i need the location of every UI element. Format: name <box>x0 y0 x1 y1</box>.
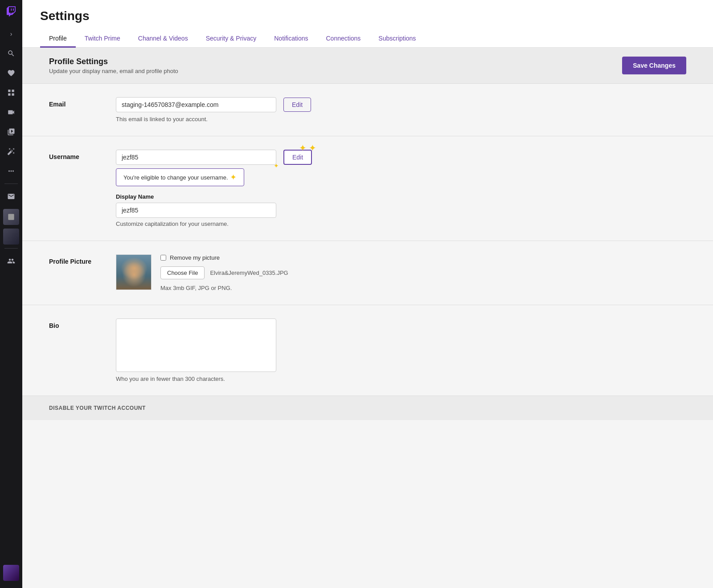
sidebar: › <box>0 0 22 588</box>
file-name-display: Elvira&JeremyWed_0335.JPG <box>210 270 288 276</box>
friends-icon[interactable] <box>2 252 20 270</box>
display-name-input[interactable] <box>116 203 276 218</box>
display-name-container: Display Name Customize capitalization fo… <box>116 190 686 227</box>
file-upload-row: Choose File Elvira&JeremyWed_0335.JPG <box>160 266 288 279</box>
username-input[interactable] <box>116 150 276 165</box>
magic-icon[interactable] <box>2 143 20 160</box>
messages-icon[interactable] <box>2 188 20 205</box>
main-content: Settings Profile Twitch Prime Channel & … <box>22 0 713 588</box>
remove-picture-checkbox[interactable] <box>160 255 166 261</box>
profile-pic-container: Remove my picture Choose File Elvira&Jer… <box>116 254 686 291</box>
sidebar-divider-2 <box>4 248 18 249</box>
display-name-label: Display Name <box>116 193 686 200</box>
disable-account-section: DISABLE YOUR TWITCH ACCOUNT <box>22 396 713 420</box>
tabs-nav: Profile Twitch Prime Channel & Videos Se… <box>40 30 695 47</box>
page-title: Settings <box>40 9 695 23</box>
email-help-text: This email is linked to your account. <box>116 116 686 122</box>
tab-notifications[interactable]: Notifications <box>265 30 317 48</box>
display-name-help: Customize capitalization for your userna… <box>116 220 686 227</box>
email-input[interactable] <box>116 97 276 112</box>
section-title: Profile Settings <box>49 57 178 66</box>
tab-profile[interactable]: Profile <box>40 30 76 48</box>
email-section: Email Edit This email is linked to your … <box>22 84 713 136</box>
username-input-row: ✦ ✦ Edit ✦ <box>116 150 686 165</box>
tab-security-privacy[interactable]: Security & Privacy <box>197 30 266 48</box>
sidebar-thumbnail-1[interactable] <box>3 209 19 225</box>
save-changes-button[interactable]: Save Changes <box>622 57 686 74</box>
email-label: Email <box>49 97 102 108</box>
tab-subscriptions[interactable]: Subscriptions <box>369 30 425 48</box>
profile-pic-options: Remove my picture Choose File Elvira&Jer… <box>160 254 288 291</box>
username-label: Username <box>49 150 102 160</box>
profile-picture-preview <box>116 254 152 290</box>
username-edit-button[interactable]: Edit <box>283 150 312 165</box>
search-icon[interactable] <box>2 45 20 62</box>
email-input-row: Edit <box>116 97 686 112</box>
more-icon[interactable] <box>2 162 20 180</box>
video-icon[interactable] <box>2 103 20 121</box>
profile-photo-image <box>116 255 152 290</box>
eligibility-notice: You're eligible to change your username.… <box>116 168 244 186</box>
eligibility-sparkle-icon: ✦ <box>230 172 237 182</box>
live-icon[interactable] <box>2 123 20 141</box>
heart-icon[interactable] <box>2 64 20 82</box>
username-section: Username ✦ ✦ Edit ✦ You're eligible to c… <box>22 136 713 241</box>
file-hint-text: Max 3mb GIF, JPG or PNG. <box>160 285 288 291</box>
edit-button-container: ✦ ✦ Edit ✦ <box>283 150 312 165</box>
tab-twitch-prime[interactable]: Twitch Prime <box>76 30 129 48</box>
profile-picture-section: Profile Picture Remove my picture <box>22 241 713 305</box>
bio-section: Bio Who you are in fewer than 300 charac… <box>22 305 713 396</box>
sidebar-thumbnail-2[interactable] <box>3 229 19 245</box>
disable-account-title: DISABLE YOUR TWITCH ACCOUNT <box>49 405 686 411</box>
profile-picture-label: Profile Picture <box>49 254 102 265</box>
bio-textarea[interactable] <box>116 318 276 372</box>
eligibility-text: You're eligible to change your username. <box>123 174 228 181</box>
bottom-avatar[interactable] <box>3 565 19 581</box>
email-edit-button[interactable]: Edit <box>283 98 311 112</box>
svg-rect-0 <box>8 214 14 220</box>
remove-picture-label: Remove my picture <box>170 254 220 261</box>
chevron-right-icon[interactable]: › <box>2 25 20 43</box>
tab-channel-videos[interactable]: Channel & Videos <box>129 30 197 48</box>
email-controls: Edit This email is linked to your accoun… <box>116 97 686 122</box>
twitch-logo[interactable] <box>3 4 19 20</box>
choose-file-button[interactable]: Choose File <box>160 266 205 279</box>
section-header-text: Profile Settings Update your display nam… <box>49 57 178 74</box>
section-subtitle: Update your display name, email and prof… <box>49 68 178 74</box>
page-header: Settings Profile Twitch Prime Channel & … <box>22 0 713 48</box>
username-controls: ✦ ✦ Edit ✦ You're eligible to change you… <box>116 150 686 227</box>
bio-controls: Who you are in fewer than 300 characters… <box>116 318 686 382</box>
profile-picture-controls: Remove my picture Choose File Elvira&Jer… <box>116 254 686 291</box>
remove-picture-row: Remove my picture <box>160 254 288 261</box>
bio-help-text: Who you are in fewer than 300 characters… <box>116 376 686 382</box>
browse-icon[interactable] <box>2 84 20 102</box>
bio-label: Bio <box>49 318 102 329</box>
content-area: Profile Settings Update your display nam… <box>22 48 713 588</box>
tab-connections[interactable]: Connections <box>317 30 370 48</box>
sidebar-divider <box>4 184 18 184</box>
profile-settings-header: Profile Settings Update your display nam… <box>22 48 713 84</box>
